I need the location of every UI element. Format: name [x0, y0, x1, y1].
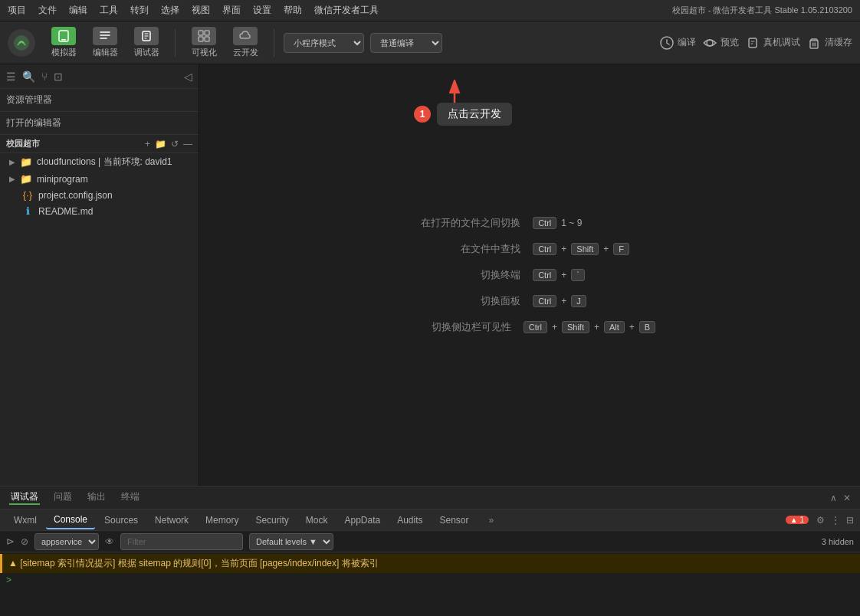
shortcut-desc: 切换侧边栏可见性	[404, 320, 511, 334]
devtools-settings-icon[interactable]: ⚙	[816, 515, 825, 526]
app-logo	[8, 29, 35, 57]
devtab-console[interactable]: Console	[46, 511, 95, 529]
debugger-button[interactable]: 调试器	[127, 24, 166, 61]
key-j: J	[571, 295, 586, 307]
svg-rect-10	[749, 38, 757, 48]
devtab-mock[interactable]: Mock	[298, 512, 336, 529]
devtab-sensor[interactable]: Sensor	[432, 512, 477, 529]
devtab-security[interactable]: Security	[248, 512, 296, 529]
console-filter-select[interactable]: appservice	[34, 533, 99, 550]
shortcut-desc: 在文件中查找	[413, 242, 520, 256]
warning-text: ▲ [sitemap 索引情况提示] 根据 sitemap 的规则[0]，当前页…	[8, 557, 379, 570]
shortcut-keys: Ctrl + Shift + F	[533, 243, 655, 255]
devtab-network[interactable]: Network	[147, 512, 196, 529]
editor-area: 1 点击云开发 在打开的文件之间切换 Ctrl 1 ~ 9 在文件中查找 Ctr…	[199, 64, 860, 486]
menu-item-file[interactable]: 文件	[38, 4, 57, 17]
shortcut-row-5: 切换侧边栏可见性 Ctrl + Shift + Alt + B	[404, 320, 655, 334]
collapse-all-icon[interactable]: —	[183, 139, 192, 149]
refresh-icon[interactable]: ↺	[171, 139, 179, 149]
real-debug-button[interactable]: 真机调试	[745, 35, 800, 51]
devtab-more[interactable]: »	[481, 512, 502, 529]
sidebar-git-icon[interactable]: ⑂	[41, 70, 48, 83]
bottom-panel: 调试器 问题 输出 终端 ∧ ✕ Wxml Console Sources Ne…	[0, 486, 860, 616]
devtab-sources[interactable]: Sources	[97, 512, 146, 529]
menu-item-tools[interactable]: 工具	[100, 4, 118, 17]
svg-rect-2	[61, 39, 66, 41]
key-ctrl: Ctrl	[533, 295, 556, 307]
file-item-readme[interactable]: ℹ README.md	[0, 203, 199, 219]
project-actions: + 📁 ↺ —	[145, 139, 192, 149]
menu-item-goto[interactable]: 转到	[130, 4, 149, 17]
console-filter-input[interactable]	[120, 533, 243, 550]
key-plus: +	[603, 244, 609, 254]
menu-item-wechat[interactable]: 微信开发者工具	[314, 4, 379, 17]
file-name: miniprogram	[37, 174, 88, 185]
toolbar: 模拟器 编辑器 调试器 可视化 云开发 小程序模式 普通编译	[0, 21, 860, 64]
new-file-icon[interactable]: +	[145, 139, 150, 149]
clear-cache-button[interactable]: 清缓存	[806, 35, 852, 51]
clear-cache-label: 清缓存	[825, 36, 852, 49]
devtab-audits[interactable]: Audits	[389, 512, 430, 529]
sidebar-extra-icon[interactable]: ⊡	[54, 70, 63, 83]
menu-item-select[interactable]: 选择	[161, 4, 179, 17]
close-panel-icon[interactable]: ✕	[843, 493, 851, 503]
toolbar-right-actions: 编译 预览 真机调试 清缓存	[659, 35, 852, 51]
key-ctrl: Ctrl	[524, 321, 547, 333]
menu-item-help[interactable]: 帮助	[284, 4, 302, 17]
toolbar-divider-1	[175, 29, 176, 57]
visible-button[interactable]: 可视化	[185, 24, 223, 61]
sidebar-menu-icon[interactable]: ☰	[6, 70, 16, 83]
menu-item-edit[interactable]: 编辑	[69, 4, 87, 17]
devtools-menu-icon[interactable]: ⋮	[831, 515, 840, 526]
editor-button[interactable]: 编辑器	[86, 24, 124, 61]
tab-problems[interactable]: 问题	[52, 490, 74, 505]
tab-terminal[interactable]: 终端	[120, 490, 141, 505]
key-shift: Shift	[571, 243, 599, 255]
console-level-select[interactable]: Default levels ▼	[249, 533, 333, 550]
menu-item-view[interactable]: 视图	[192, 4, 210, 17]
svg-rect-6	[199, 37, 203, 41]
mode-select[interactable]: 小程序模式	[284, 33, 364, 53]
tab-output[interactable]: 输出	[86, 490, 107, 505]
bottom-panel-header: 调试器 问题 输出 终端 ∧ ✕	[0, 487, 860, 510]
shortcut-desc: 在打开的文件之间切换	[413, 216, 520, 230]
shortcut-keys: Ctrl + `	[533, 269, 655, 281]
annotation-bubble: 点击云开发	[437, 103, 512, 126]
key-plus: +	[561, 270, 566, 280]
menu-item-interface[interactable]: 界面	[222, 4, 241, 17]
tab-debugger[interactable]: 调试器	[9, 490, 40, 505]
shortcut-keys: Ctrl 1 ~ 9	[533, 217, 655, 229]
key-plus: +	[552, 322, 557, 333]
sidebar-search-icon[interactable]: 🔍	[22, 70, 35, 83]
file-tree: ▶ 📁 cloudfunctions | 当前环境: david1 ▶ 📁 mi…	[0, 153, 199, 486]
bottom-panel-actions: ∧ ✕	[830, 493, 851, 503]
devtools-more-icon[interactable]: ⊟	[846, 515, 854, 526]
compile-button[interactable]: 编译	[659, 35, 696, 51]
console-eye-icon[interactable]: 👁	[105, 536, 114, 547]
devtab-memory[interactable]: Memory	[198, 512, 246, 529]
console-prompt: >	[6, 575, 11, 585]
shortcut-row-4: 切换面板 Ctrl + J	[404, 294, 655, 308]
new-folder-icon[interactable]: 📁	[155, 139, 166, 149]
file-item-cloudfunctions[interactable]: ▶ 📁 cloudfunctions | 当前环境: david1	[0, 153, 199, 171]
preview-label: 预览	[720, 36, 739, 49]
preview-button[interactable]: 预览	[702, 35, 739, 51]
compile-select[interactable]: 普通编译	[370, 33, 442, 53]
file-item-miniprogram[interactable]: ▶ 📁 miniprogram	[0, 171, 199, 187]
devtab-appdata[interactable]: AppData	[336, 512, 388, 529]
toolbar-divider-2	[274, 29, 274, 57]
toolbar-selects: 小程序模式 普通编译	[284, 33, 442, 53]
menu-item-project[interactable]: 项目	[8, 4, 26, 17]
devtab-wxml[interactable]: Wxml	[6, 512, 44, 529]
simulator-button[interactable]: 模拟器	[44, 24, 83, 61]
cloud-dev-button[interactable]: 云开发	[226, 24, 264, 61]
devtools-tabs: Wxml Console Sources Network Memory Secu…	[0, 510, 860, 531]
arrow-icon: ▶	[9, 175, 15, 183]
key-ctrl: Ctrl	[533, 243, 556, 255]
file-item-project-config[interactable]: {·} project.config.json	[0, 187, 199, 203]
shortcut-row-2: 在文件中查找 Ctrl + Shift + F	[404, 242, 655, 256]
console-block-icon[interactable]: ⊘	[21, 536, 28, 547]
collapse-panel-icon[interactable]: ∧	[830, 493, 837, 503]
sidebar-collapse-icon[interactable]: ◁	[184, 70, 192, 83]
menu-item-settings[interactable]: 设置	[253, 4, 271, 17]
